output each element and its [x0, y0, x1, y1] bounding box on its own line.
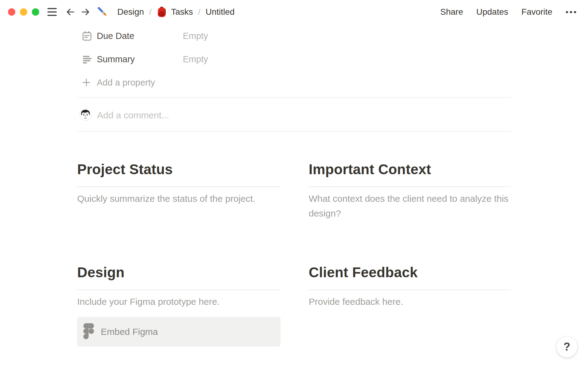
- help-button[interactable]: ?: [556, 336, 578, 358]
- property-value-empty: Empty: [183, 31, 208, 41]
- forward-arrow-icon[interactable]: [81, 7, 90, 17]
- section-title-divider: [309, 186, 511, 187]
- section-body-text: Quickly summarize the status of the proj…: [77, 191, 281, 206]
- add-property-button[interactable]: Add a property: [82, 75, 155, 90]
- property-row-summary[interactable]: Summary Empty: [82, 52, 208, 67]
- minimize-button[interactable]: [20, 8, 27, 16]
- figma-icon: [83, 323, 94, 340]
- breadcrumb-item-untitled[interactable]: Untitled: [205, 7, 235, 17]
- section-title: Design: [77, 264, 281, 281]
- notion-window: Design / Tasks / Untitled: [0, 0, 588, 368]
- property-label: Due Date: [97, 31, 183, 41]
- breadcrumb-item-tasks[interactable]: Tasks: [156, 6, 193, 18]
- add-property-label: Add a property: [97, 78, 155, 88]
- breadcrumb-label: Tasks: [171, 7, 193, 17]
- section-title: Project Status: [77, 161, 281, 178]
- text-lines-icon: [82, 54, 92, 64]
- comment-placeholder: Add a comment...: [97, 110, 169, 121]
- breadcrumb-separator: /: [198, 7, 200, 17]
- breadcrumb-label: Design: [117, 7, 144, 17]
- section-title-divider: [309, 289, 511, 290]
- property-value-empty: Empty: [183, 54, 208, 64]
- property-label: Summary: [97, 54, 183, 64]
- back-arrow-icon[interactable]: [66, 7, 75, 17]
- calendar-icon: [82, 31, 92, 41]
- more-options-icon[interactable]: •••: [566, 7, 578, 17]
- section-important-context: Important Context What context does the …: [309, 161, 517, 221]
- backpack-icon: [156, 6, 167, 18]
- fullscreen-button[interactable]: [32, 8, 39, 16]
- embed-figma-label: Embed Figma: [101, 327, 158, 337]
- close-button[interactable]: [8, 8, 15, 16]
- paintbrush-icon: [96, 5, 109, 19]
- section-design: Design Include your Figma prototype here…: [77, 264, 281, 347]
- section-body-text: Provide feedback here.: [309, 294, 517, 309]
- divider: [77, 131, 511, 132]
- top-bar: Design / Tasks / Untitled: [0, 0, 588, 24]
- history-nav: [66, 7, 90, 17]
- favorite-button[interactable]: Favorite: [522, 7, 552, 17]
- breadcrumb: Design / Tasks / Untitled: [113, 6, 235, 18]
- section-project-status: Project Status Quickly summarize the sta…: [77, 161, 281, 206]
- share-button[interactable]: Share: [440, 7, 463, 17]
- breadcrumb-label: Untitled: [205, 7, 235, 17]
- window-controls: [8, 8, 39, 16]
- section-title: Client Feedback: [309, 264, 517, 281]
- embed-figma-button[interactable]: Embed Figma: [77, 317, 281, 347]
- section-client-feedback: Client Feedback Provide feedback here.: [309, 264, 517, 309]
- sidebar-menu-icon[interactable]: [47, 7, 57, 17]
- user-avatar: [79, 109, 92, 122]
- section-title-divider: [77, 186, 280, 187]
- section-body-text: What context does the client need to ana…: [309, 191, 517, 221]
- topbar-actions: Share Updates Favorite •••: [440, 7, 578, 17]
- property-row-due-date[interactable]: Due Date Empty: [82, 28, 208, 44]
- breadcrumb-separator: /: [149, 7, 151, 17]
- section-title: Important Context: [309, 161, 517, 178]
- section-title-divider: [77, 289, 280, 290]
- updates-button[interactable]: Updates: [476, 7, 508, 17]
- section-body-text: Include your Figma prototype here.: [77, 294, 281, 309]
- add-comment-input[interactable]: Add a comment...: [79, 108, 169, 123]
- plus-icon: [82, 78, 91, 87]
- breadcrumb-item-design[interactable]: Design: [113, 7, 144, 17]
- divider: [77, 97, 511, 98]
